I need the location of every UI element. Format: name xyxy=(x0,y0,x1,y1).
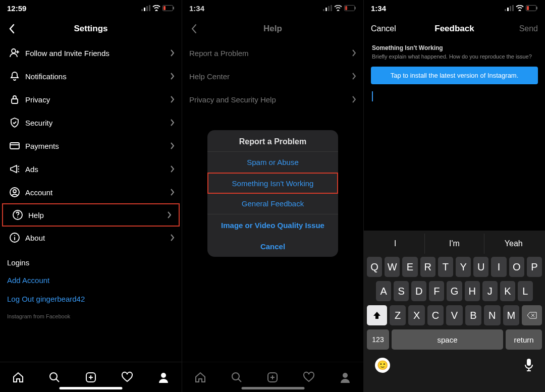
settings-row-privacy[interactable]: Privacy xyxy=(0,88,182,111)
nav-title: Feedback xyxy=(364,24,545,34)
profile-tab[interactable] xyxy=(157,371,170,384)
key-R[interactable]: R xyxy=(420,257,435,277)
key-C[interactable]: C xyxy=(427,305,444,325)
suggestion[interactable]: I xyxy=(366,234,424,254)
key-D[interactable]: D xyxy=(411,281,426,301)
key-A[interactable]: A xyxy=(376,281,391,301)
svg-rect-0 xyxy=(141,9,143,11)
settings-row-security[interactable]: Security xyxy=(0,111,182,134)
status-time: 12:59 xyxy=(7,4,26,13)
sheet-cancel[interactable]: Cancel xyxy=(207,236,338,257)
key-U[interactable]: U xyxy=(473,257,488,277)
svg-point-19 xyxy=(17,217,18,218)
key-Z[interactable]: Z xyxy=(390,305,406,325)
key-V[interactable]: V xyxy=(446,305,462,325)
home-indicator[interactable] xyxy=(60,387,123,389)
action-sheet: Report a Problem Spam or AbuseSomething … xyxy=(207,130,338,257)
svg-line-13 xyxy=(18,166,19,167)
sheet-option[interactable]: General Feedback xyxy=(207,193,338,214)
suggestion[interactable]: Yeah xyxy=(484,234,543,254)
key-T[interactable]: T xyxy=(438,257,453,277)
logout-link[interactable]: Log Out gingerbeard42 xyxy=(0,290,182,308)
logins-header: Logins xyxy=(0,249,182,271)
update-banner[interactable]: Tap to install the latest version of Ins… xyxy=(371,67,538,84)
settings-row-notifications[interactable]: Notifications xyxy=(0,65,182,88)
settings-row-account[interactable]: Account xyxy=(0,181,182,204)
key-N[interactable]: N xyxy=(484,305,500,325)
sheet-option[interactable]: Something Isn't Working xyxy=(207,173,338,194)
send-button[interactable]: Send xyxy=(519,24,538,33)
signal-icon xyxy=(141,5,150,11)
mic-key[interactable] xyxy=(524,358,534,373)
key-Y[interactable]: Y xyxy=(456,257,471,277)
row-label: Payments xyxy=(22,142,170,150)
svg-rect-11 xyxy=(10,143,19,149)
search-tab[interactable] xyxy=(48,371,61,384)
key-O[interactable]: O xyxy=(509,257,524,277)
row-label: Help xyxy=(25,211,167,219)
key-J[interactable]: J xyxy=(482,281,498,301)
key-W[interactable]: W xyxy=(385,257,400,277)
svg-rect-42 xyxy=(505,9,506,11)
svg-point-28 xyxy=(161,373,166,378)
info-icon xyxy=(7,232,22,243)
space-key[interactable]: space xyxy=(392,329,503,350)
emoji-key[interactable]: 🙂 xyxy=(375,358,390,373)
settings-row-follow-and-invite-friends[interactable]: Follow and Invite Friends xyxy=(0,41,182,65)
sheet-option[interactable]: Image or Video Quality Issue xyxy=(207,214,338,236)
key-E[interactable]: E xyxy=(402,257,417,277)
svg-rect-2 xyxy=(146,6,148,11)
status-time: 1:34 xyxy=(371,4,386,13)
svg-rect-51 xyxy=(527,359,531,366)
invite-icon xyxy=(7,47,22,59)
row-label: About xyxy=(22,234,170,242)
sheet-title: Report a Problem xyxy=(207,130,338,152)
key-I[interactable]: I xyxy=(491,257,506,277)
numeric-key[interactable]: 123 xyxy=(367,329,389,350)
wifi-icon xyxy=(516,5,524,11)
key-Q[interactable]: Q xyxy=(367,257,382,277)
settings-row-ads[interactable]: Ads xyxy=(0,157,182,181)
key-S[interactable]: S xyxy=(394,281,409,301)
key-G[interactable]: G xyxy=(447,281,462,301)
help-icon xyxy=(10,209,25,220)
account-icon xyxy=(7,187,22,198)
settings-row-help[interactable]: Help xyxy=(2,203,180,227)
key-M[interactable]: M xyxy=(503,305,519,325)
card-icon xyxy=(7,140,22,151)
chevron-right-icon xyxy=(170,142,175,150)
svg-rect-1 xyxy=(144,8,145,11)
chevron-right-icon xyxy=(170,234,175,242)
key-K[interactable]: K xyxy=(500,281,515,301)
svg-rect-45 xyxy=(512,5,514,11)
key-P[interactable]: P xyxy=(527,257,542,277)
settings-row-payments[interactable]: Payments xyxy=(0,134,182,157)
status-bar: 12:59 xyxy=(0,0,182,16)
add-account-link[interactable]: Add Account xyxy=(0,271,182,290)
svg-rect-44 xyxy=(510,6,511,11)
nav-title: Settings xyxy=(0,24,182,34)
lock-icon xyxy=(7,94,22,105)
row-label: Security xyxy=(22,119,170,127)
sheet-option[interactable]: Spam or Abuse xyxy=(207,152,338,173)
svg-rect-3 xyxy=(149,5,150,11)
suggestion[interactable]: I'm xyxy=(424,234,483,254)
key-B[interactable]: B xyxy=(465,305,481,325)
backspace-key[interactable] xyxy=(522,305,542,325)
svg-rect-5 xyxy=(173,7,174,10)
key-L[interactable]: L xyxy=(518,281,533,301)
shift-key[interactable] xyxy=(367,305,387,325)
chevron-right-icon xyxy=(170,49,175,57)
svg-rect-6 xyxy=(164,6,166,10)
activity-tab[interactable] xyxy=(121,371,134,384)
home-tab[interactable] xyxy=(12,371,25,384)
key-H[interactable]: H xyxy=(465,281,480,301)
key-F[interactable]: F xyxy=(429,281,444,301)
feedback-textarea[interactable] xyxy=(372,90,537,105)
key-X[interactable]: X xyxy=(408,305,424,325)
settings-row-about[interactable]: About xyxy=(0,226,182,249)
return-key[interactable]: return xyxy=(506,329,542,350)
chevron-right-icon xyxy=(170,188,175,196)
new-post-tab[interactable] xyxy=(84,371,97,384)
megaphone-icon xyxy=(7,163,22,175)
